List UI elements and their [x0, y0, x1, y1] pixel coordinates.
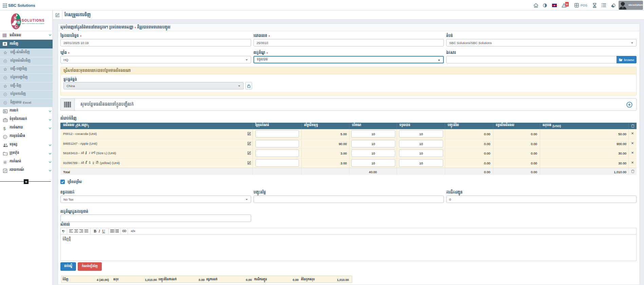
svg-text:B: B	[17, 20, 20, 24]
svg-text:SOLUTIONS: SOLUTIONS	[22, 19, 44, 22]
svg-text:MAKE YOUR BUSINESS MUCH EASIER: MAKE YOUR BUSINESS MUCH EASIER	[22, 23, 45, 24]
svg-text:S: S	[14, 16, 17, 20]
svg-text:$: $	[3, 126, 6, 131]
svg-text:C: C	[15, 25, 18, 29]
